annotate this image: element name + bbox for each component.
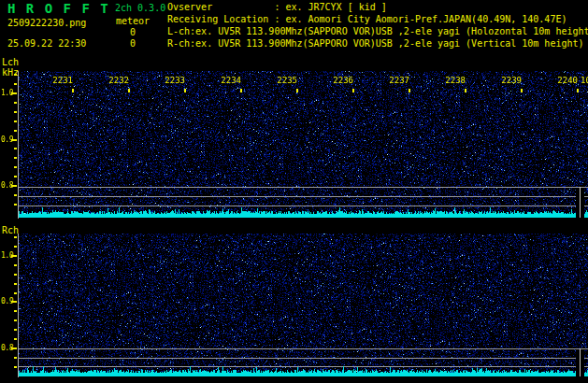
- axis-tick: [521, 89, 523, 92]
- output-filename: 2509222230.png: [7, 18, 86, 28]
- axis-tick: [11, 92, 17, 94]
- info-line-location: Receiving Location : ex. Aomori City Aom…: [167, 14, 566, 24]
- axis-tick: [11, 348, 17, 349]
- time-label-2232: 2232: [107, 76, 129, 85]
- meteor-count-lch: 0: [130, 27, 136, 37]
- lch-spectrogram: [19, 71, 588, 219]
- time-label-2239: 2239: [499, 76, 522, 85]
- axis-tick: [14, 83, 17, 85]
- axis-tick: [296, 89, 298, 92]
- axis-tick: [465, 89, 466, 92]
- axis-tick: [14, 148, 17, 149]
- axis-tick: [14, 357, 17, 359]
- capture-timestamp: 25.09.22 22:30: [7, 38, 86, 49]
- axis-tick: [14, 74, 17, 76]
- axis-tick: [14, 194, 17, 196]
- time-label-clipped: 10: [581, 76, 588, 85]
- rch-spectrogram: [19, 234, 588, 377]
- axis-tick: [14, 166, 17, 168]
- axis-tick: [128, 89, 130, 92]
- axis-tick: [14, 292, 17, 294]
- meteor-counter-label: meteor: [116, 16, 150, 26]
- axis-tick: [577, 89, 579, 92]
- axis-tick: [11, 255, 17, 257]
- axis-tick: [14, 236, 17, 238]
- axis-tick: [14, 111, 17, 113]
- time-label-2238: 2238: [443, 76, 466, 85]
- info-line-rch-receiver: R-ch:ex. UV5R 113.900Mhz(SAPPORO VOR)USB…: [167, 38, 584, 49]
- app-version: 2ch 0.3.0: [115, 3, 165, 13]
- axis-tick: [14, 338, 17, 340]
- axis-tick: [11, 301, 17, 303]
- axis-tick: [184, 89, 186, 92]
- axis-tick: [14, 204, 17, 206]
- hrofft-screen: H R O F F T 2509222230.png 25.09.22 22:3…: [0, 0, 588, 383]
- time-label-2234: 2234: [219, 76, 241, 85]
- meteor-count-rch: 0: [130, 38, 136, 49]
- time-label-2240: 2240: [555, 76, 578, 85]
- axis-tick: [14, 274, 17, 276]
- khz-unit-label: kHz: [2, 67, 19, 78]
- axis-tick: [240, 89, 242, 92]
- axis-tick: [14, 366, 17, 368]
- time-label-2235: 2235: [275, 76, 297, 85]
- rch-label: Rch: [2, 225, 19, 235]
- axis-tick: [14, 176, 17, 177]
- axis-tick: [14, 121, 17, 122]
- axis-tick: [14, 310, 17, 312]
- axis-tick: [14, 319, 17, 321]
- time-label-2237: 2237: [387, 76, 409, 85]
- axis-tick: [409, 89, 410, 92]
- time-label-2231: 2231: [50, 76, 73, 85]
- axis-tick: [352, 89, 354, 92]
- rch-axis-line: [18, 234, 19, 377]
- axis-tick: [11, 139, 17, 141]
- time-label-2236: 2236: [331, 76, 353, 85]
- axis-tick: [14, 264, 17, 266]
- axis-tick: [14, 130, 17, 132]
- axis-tick: [14, 246, 17, 248]
- axis-tick: [14, 283, 17, 285]
- axis-tick: [14, 157, 17, 159]
- lch-axis-line: [18, 71, 19, 219]
- lch-label: Lch: [2, 57, 19, 67]
- time-label-2233: 2233: [163, 76, 185, 85]
- info-line-observer: Ovserver : ex. JR7CYX [ kid ]: [167, 2, 387, 12]
- axis-tick: [72, 89, 74, 92]
- axis-tick: [14, 102, 17, 104]
- axis-tick: [14, 329, 17, 331]
- app-title: H R O F F T: [7, 2, 109, 15]
- info-line-lch-receiver: L-ch:ex. UV5R 113.900Mhz(SAPPORO VOR)USB…: [167, 26, 588, 36]
- axis-tick: [11, 185, 17, 187]
